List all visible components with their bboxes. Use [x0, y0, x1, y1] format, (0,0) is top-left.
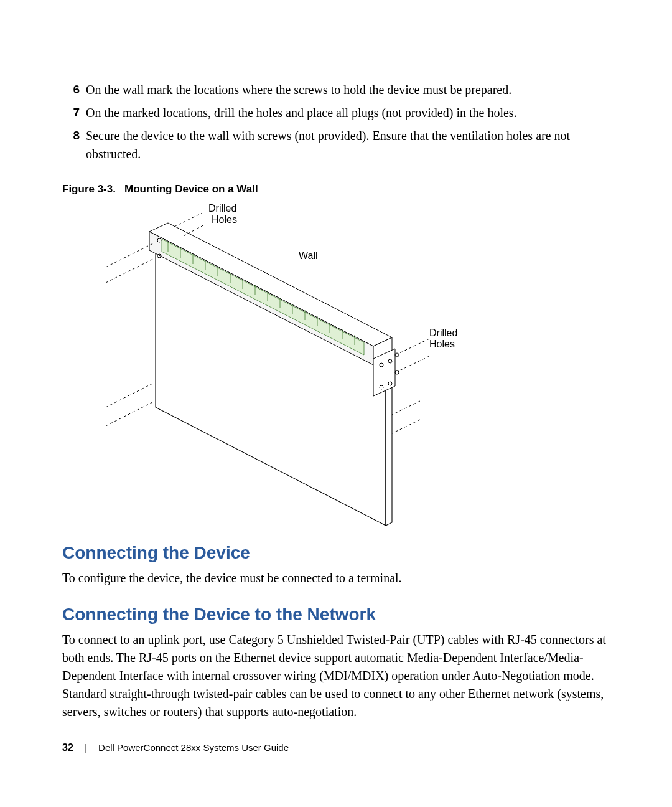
- svg-line-30: [106, 258, 154, 283]
- step-item: 8 Secure the device to the wall with scr…: [62, 127, 610, 163]
- svg-line-42: [392, 420, 420, 433]
- figure-caption: Figure 3-3.Mounting Device on a Wall: [62, 183, 610, 196]
- footer-separator: |: [85, 742, 87, 753]
- step-list: 6 On the wall mark the locations where t…: [62, 81, 610, 163]
- step-text: On the wall mark the locations where the…: [86, 83, 511, 97]
- step-text: Secure the device to the wall with screw…: [86, 129, 570, 161]
- body-connecting-device: To configure the device, the device must…: [62, 569, 610, 587]
- page-footer: 32 | Dell PowerConnect 28xx Systems User…: [62, 742, 289, 753]
- heading-connecting-device: Connecting the Device: [62, 543, 610, 563]
- step-item: 7 On the marked locations, drill the hol…: [62, 104, 610, 122]
- step-item: 6 On the wall mark the locations where t…: [62, 81, 610, 99]
- figure-label-drilled-top-2: Holes: [212, 214, 237, 225]
- page-number: 32: [62, 742, 73, 753]
- body-connecting-network: To connect to an uplink port, use Catego…: [62, 631, 610, 721]
- svg-point-37: [395, 353, 399, 357]
- svg-point-38: [395, 370, 399, 374]
- figure-title: Mounting Device on a Wall: [124, 183, 258, 195]
- step-text: On the marked locations, drill the holes…: [86, 106, 517, 120]
- figure-number: Figure 3-3.: [62, 183, 116, 195]
- figure-illustration: Drilled Holes Wall Drilled Holes: [81, 202, 479, 526]
- figure-label-drilled-right-2: Holes: [429, 339, 455, 349]
- footer-doc-title: Dell PowerConnect 28xx Systems User Guid…: [98, 742, 289, 753]
- svg-line-33: [174, 213, 202, 227]
- svg-line-36: [398, 356, 429, 371]
- step-number: 8: [62, 127, 80, 144]
- svg-line-35: [398, 339, 429, 354]
- svg-line-39: [106, 384, 152, 407]
- step-number: 6: [62, 81, 80, 98]
- svg-line-29: [106, 243, 154, 267]
- figure-label-drilled-right-1: Drilled: [429, 328, 457, 338]
- svg-line-40: [106, 402, 152, 426]
- heading-connecting-network: Connecting the Device to the Network: [62, 605, 610, 625]
- figure-label-drilled-top-1: Drilled: [208, 203, 236, 214]
- step-number: 7: [62, 104, 80, 121]
- figure-label-wall: Wall: [299, 250, 318, 261]
- svg-line-41: [392, 401, 420, 415]
